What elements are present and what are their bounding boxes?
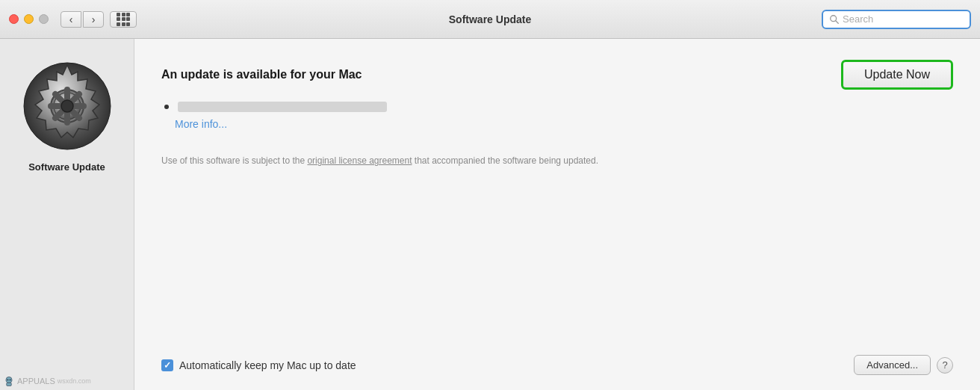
license-link[interactable]: original license agreement	[307, 155, 412, 166]
disabled-button	[39, 14, 49, 24]
checkbox-container: ✓ Automatically keep my Mac up to date	[161, 359, 854, 371]
forward-icon: ›	[92, 13, 96, 25]
license-text: Use of this software is subject to the o…	[161, 154, 610, 167]
checkmark-icon: ✓	[164, 361, 171, 370]
help-button[interactable]: ?	[937, 357, 953, 374]
close-button[interactable]	[9, 14, 19, 24]
search-icon	[829, 14, 840, 25]
title-bar: ‹ › Software Update	[0, 0, 980, 39]
traffic-lights	[9, 14, 49, 24]
main-content: Software Update An update is available f…	[0, 39, 980, 390]
license-text-after: that accompanied the software being upda…	[412, 155, 599, 166]
update-item	[161, 102, 953, 112]
content-panel: An update is available for your Mac Upda…	[134, 39, 980, 390]
svg-line-1	[836, 20, 839, 23]
sidebar: Software Update	[0, 39, 134, 390]
appuals-watermark: APPUALS wsxdn.com	[3, 375, 91, 387]
svg-point-12	[7, 379, 8, 380]
update-title: An update is available for your Mac	[161, 68, 362, 81]
svg-point-10	[6, 377, 12, 383]
more-info-link[interactable]: More info...	[175, 118, 953, 130]
window-title: Software Update	[449, 13, 531, 25]
minimize-button[interactable]	[24, 14, 34, 24]
bullet-icon	[164, 105, 169, 109]
search-input[interactable]	[843, 13, 964, 25]
forward-button[interactable]: ›	[83, 11, 104, 28]
appuals-text: APPUALS	[17, 377, 55, 386]
advanced-button[interactable]: Advanced...	[854, 355, 931, 375]
wsxdn-text: wsxdn.com	[58, 377, 91, 385]
update-item-placeholder	[178, 102, 387, 112]
back-icon: ‹	[69, 13, 73, 25]
license-text-before: Use of this software is subject to the	[161, 155, 307, 166]
bottom-bar: ✓ Automatically keep my Mac up to date A…	[161, 355, 953, 375]
sidebar-icon	[22, 61, 112, 151]
grid-view-button[interactable]	[110, 11, 137, 28]
auto-update-checkbox[interactable]: ✓	[161, 359, 173, 371]
svg-point-13	[10, 379, 11, 380]
back-button[interactable]: ‹	[61, 11, 81, 28]
nav-buttons: ‹ ›	[61, 11, 104, 28]
search-bar[interactable]	[822, 10, 971, 29]
auto-update-label: Automatically keep my Mac up to date	[179, 359, 356, 371]
svg-point-9	[61, 100, 73, 112]
update-now-button[interactable]: Update Now	[841, 60, 953, 90]
appuals-logo-icon	[3, 375, 15, 387]
sidebar-label: Software Update	[28, 161, 105, 173]
grid-icon	[117, 13, 130, 26]
svg-rect-11	[7, 383, 11, 386]
update-header: An update is available for your Mac Upda…	[161, 60, 953, 90]
